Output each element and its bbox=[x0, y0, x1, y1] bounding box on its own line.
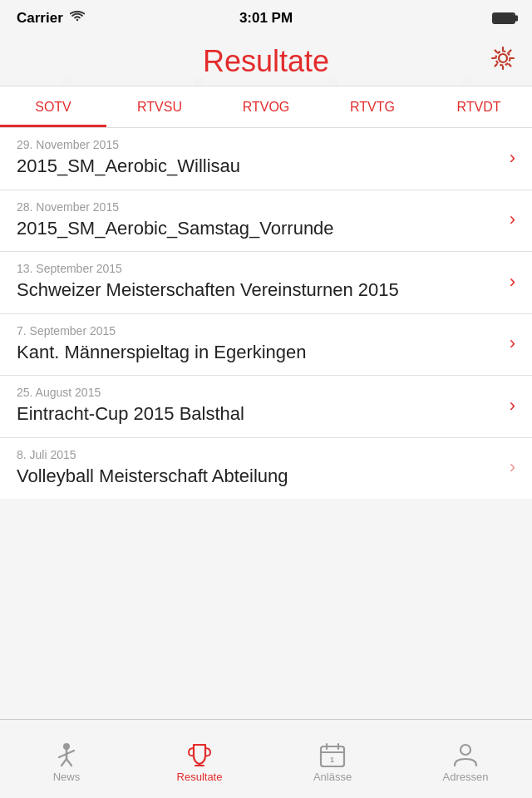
nav-item-anlaesse[interactable]: 1 Anlässe bbox=[266, 720, 399, 798]
tab-sotv[interactable]: SOTV bbox=[0, 86, 106, 127]
item-title-1: 2015_SM_Aerobic_Samstag_Vorrunde bbox=[17, 217, 501, 240]
calendar-icon: 1 bbox=[318, 742, 347, 767]
chevron-right-icon: › bbox=[510, 147, 515, 169]
battery-icon bbox=[492, 12, 515, 24]
status-left: Carrier bbox=[17, 10, 85, 27]
item-title-2: Schweizer Meisterschaften Vereinsturnen … bbox=[17, 278, 501, 302]
nav-label-anlaesse: Anlässe bbox=[313, 771, 352, 783]
chevron-right-icon: › bbox=[510, 209, 515, 230]
results-list: 29. November 2015 2015_SM_Aerobic_Willis… bbox=[0, 128, 532, 499]
list-item[interactable]: 7. September 2015 Kant. Männerspieltag i… bbox=[0, 314, 532, 377]
chevron-right-icon: › bbox=[510, 395, 515, 416]
item-title-4: Eintracht-Cup 2015 Balsthal bbox=[17, 402, 501, 426]
news-icon bbox=[52, 742, 81, 767]
svg-line-29 bbox=[66, 751, 74, 754]
nav-item-adressen[interactable]: Adressen bbox=[399, 720, 532, 798]
main-content: Resultate SOTV RTVSU RTVOG RTVTG RTVDT bbox=[0, 37, 532, 719]
page-title: Resultate bbox=[203, 44, 329, 79]
svg-point-18 bbox=[460, 76, 471, 87]
chevron-right-icon: › bbox=[510, 332, 515, 354]
tab-rtvsu[interactable]: RTVSU bbox=[106, 86, 213, 127]
item-date-5: 8. Juli 2015 bbox=[17, 448, 501, 461]
person-icon bbox=[451, 742, 480, 767]
nav-item-resultate[interactable]: Resultate bbox=[133, 720, 266, 798]
list-item[interactable]: 13. September 2015 Schweizer Meisterscha… bbox=[0, 252, 532, 314]
carrier-label: Carrier bbox=[17, 10, 63, 27]
item-title-0: 2015_SM_Aerobic_Willisau bbox=[17, 155, 501, 178]
tabs-bar: SOTV RTVSU RTVOG RTVTG RTVDT bbox=[0, 86, 532, 128]
item-date-4: 25. August 2015 bbox=[17, 386, 501, 399]
status-bar: Carrier 3:01 PM bbox=[0, 0, 532, 37]
svg-text:1: 1 bbox=[330, 756, 334, 764]
item-date-0: 29. November 2015 bbox=[17, 138, 501, 151]
chevron-right-icon: › bbox=[510, 456, 515, 478]
status-time: 3:01 PM bbox=[239, 10, 293, 27]
status-right bbox=[492, 12, 515, 24]
nav-label-news: News bbox=[53, 771, 81, 783]
tab-rtvtg[interactable]: RTVTG bbox=[319, 86, 426, 127]
svg-line-31 bbox=[66, 759, 71, 766]
nav-label-resultate: Resultate bbox=[177, 771, 223, 783]
tab-rtvdt[interactable]: RTVDT bbox=[426, 86, 532, 127]
svg-line-28 bbox=[59, 754, 66, 757]
item-title-3: Kant. Männerspieltag in Egerkingen bbox=[17, 341, 501, 364]
chevron-right-icon: › bbox=[510, 271, 515, 293]
list-item[interactable]: 8. Juli 2015 Volleyball Meisterschaft Ab… bbox=[0, 438, 532, 500]
tab-rtvog[interactable]: RTVOG bbox=[213, 86, 319, 127]
wifi-icon bbox=[70, 10, 85, 27]
bottom-nav: News Resultate 1 Anlässe Adressen bbox=[0, 719, 532, 798]
list-item[interactable]: 28. November 2015 2015_SM_Aerobic_Samsta… bbox=[0, 190, 532, 253]
header: Resultate bbox=[0, 37, 532, 86]
gear-button[interactable] bbox=[490, 46, 515, 76]
bg-figure-4 bbox=[441, 76, 490, 87]
svg-point-24 bbox=[499, 54, 507, 62]
svg-line-30 bbox=[62, 759, 66, 766]
svg-point-39 bbox=[461, 745, 470, 755]
list-item[interactable]: 25. August 2015 Eintracht-Cup 2015 Balst… bbox=[0, 376, 532, 438]
nav-item-news[interactable]: News bbox=[0, 720, 133, 798]
nav-label-adressen: Adressen bbox=[443, 771, 489, 783]
list-item[interactable]: 29. November 2015 2015_SM_Aerobic_Willis… bbox=[0, 128, 532, 190]
item-title-5: Volleyball Meisterschaft Abteilung bbox=[17, 465, 501, 488]
item-date-1: 28. November 2015 bbox=[17, 200, 501, 214]
bg-figure-1 bbox=[42, 76, 91, 87]
trophy-icon bbox=[185, 742, 214, 767]
svg-point-0 bbox=[61, 76, 72, 87]
item-date-3: 7. September 2015 bbox=[17, 324, 501, 337]
item-date-2: 13. September 2015 bbox=[17, 262, 501, 275]
